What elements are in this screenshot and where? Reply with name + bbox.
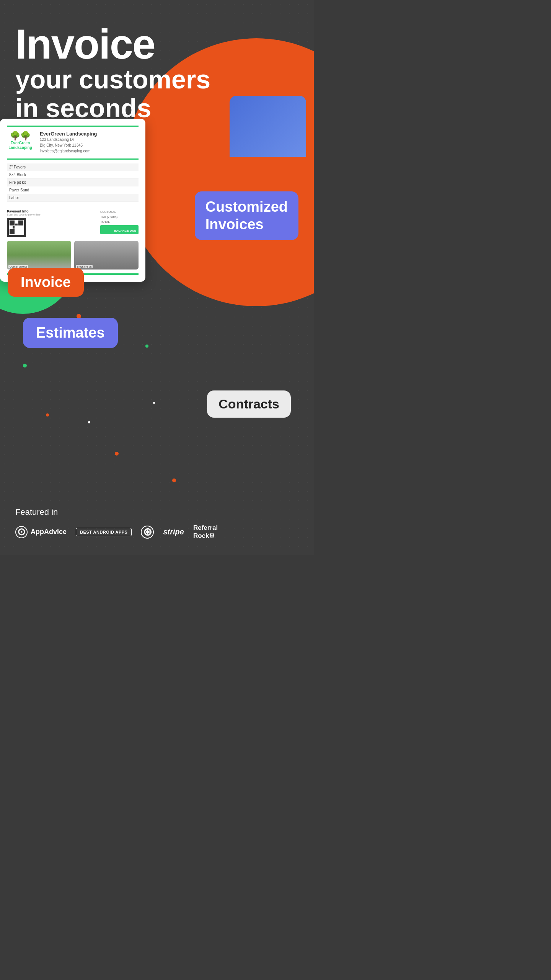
payment-section: Payment Info Scan this code to pay onlin… — [7, 209, 41, 237]
payment-sublabel: Scan this code to pay online — [7, 213, 41, 216]
line-item-2: 8×4 Block — [7, 171, 139, 179]
hero-title: Invoice — [15, 23, 298, 65]
invoice-footer: Payment Info Scan this code to pay onlin… — [7, 206, 139, 237]
qr-block — [10, 220, 15, 225]
photo-2: Block fire pit — [74, 241, 139, 270]
logo-trees-icon: 🌳🌳 — [7, 131, 34, 141]
invoice-card: 🌳🌳 EverGreen Landscaping EverGreen Lands… — [0, 119, 145, 282]
featured-label: Featured in — [15, 507, 298, 517]
tax-row: TAX (7.98%) — [100, 214, 139, 219]
line-item-3: Fire pit kit — [7, 179, 139, 186]
line-item-4: Paver Sand — [7, 186, 139, 194]
hero-subtitle-line1: your customers — [15, 65, 210, 94]
referral-text: ReferralRock⚙ — [193, 524, 218, 539]
referral-rock-logo: ReferralRock⚙ — [193, 524, 218, 540]
address-line2: Big City, New York 11345 — [40, 142, 139, 148]
logo-company-name: EverGreen Landscaping — [7, 141, 34, 150]
invoice-top-bar — [7, 126, 139, 127]
tax-label: TAX (7.98%) — [100, 215, 117, 219]
featured-logos: ⊙ AppAdvice BEST ANDROID APPS ⊛ stripe R… — [15, 524, 298, 540]
invoice-header: 🌳🌳 EverGreen Landscaping EverGreen Lands… — [7, 131, 139, 160]
accent-dot-7 — [145, 345, 148, 348]
accent-dot-3 — [46, 413, 49, 416]
total-row: TOTAL — [100, 219, 139, 224]
accent-dot-4 — [115, 452, 119, 456]
line-item-5: Labor — [7, 194, 139, 202]
line-item-1: 2" Pavers — [7, 163, 139, 171]
stripe-text: stripe — [163, 528, 184, 536]
photo-1: Overall project — [7, 241, 71, 270]
balance-label: BALANCE DUE — [114, 229, 136, 232]
best-android-text: BEST ANDROID APPS — [80, 530, 127, 534]
qr-block2 — [18, 220, 23, 225]
balance-due-row: BALANCE DUE — [100, 225, 139, 234]
company-name: EverGreen Landscaping — [40, 131, 139, 137]
stripe-logo: stripe — [163, 528, 184, 536]
total-label: TOTAL — [100, 220, 110, 224]
invoice-label: Invoice — [8, 268, 84, 297]
workiz-logo: ⊛ — [141, 526, 154, 539]
company-logo: 🌳🌳 EverGreen Landscaping — [7, 131, 34, 150]
qr-mid — [15, 224, 18, 226]
company-info: EverGreen Landscaping 123 Landscaping Dr… — [40, 131, 139, 154]
accent-dot-8 — [153, 402, 155, 404]
accent-dot-2 — [23, 364, 27, 368]
appadvice-icon: ⊙ — [15, 526, 28, 538]
contracts-text: Contracts — [218, 397, 279, 411]
featured-section: Featured in ⊙ AppAdvice BEST ANDROID APP… — [0, 496, 314, 555]
qr-cell2 — [10, 226, 12, 229]
best-android-badge: BEST ANDROID APPS — [76, 528, 132, 536]
totals-section: SUBTOTAL TAX (7.98%) TOTAL BALANCE DUE — [100, 209, 139, 234]
subtotal-label: SUBTOTAL — [100, 210, 116, 214]
line-items: 2" Pavers 8×4 Block Fire pit kit Paver S… — [7, 160, 139, 206]
payment-label: Payment Info — [7, 209, 41, 213]
appadvice-name: AppAdvice — [31, 528, 67, 536]
workiz-icon: ⊛ — [141, 526, 154, 539]
invoice-text: Invoice — [21, 274, 71, 290]
accent-dot-5 — [88, 421, 90, 423]
customized-text: CustomizedInvoices — [205, 199, 288, 232]
estimates-label: Estimates — [23, 318, 118, 348]
blue-device-decoration — [230, 96, 306, 157]
hero-subtitle-line2: in seconds — [15, 93, 151, 122]
appadvice-logo: ⊙ AppAdvice — [15, 526, 67, 538]
logo-line1: EverGreen — [11, 141, 30, 145]
page-wrapper: Invoice your customers in seconds 🏅 Trus… — [0, 0, 314, 555]
contracts-label: Contracts — [207, 390, 291, 418]
company-email: invoices@eglandscaping.com — [40, 148, 139, 154]
customized-invoices-label: CustomizedInvoices — [195, 191, 298, 240]
qr-block3 — [10, 229, 15, 234]
qr-code — [7, 218, 26, 237]
qr-dot — [13, 226, 15, 229]
logo-line2: Landscaping — [8, 145, 32, 150]
estimates-text: Estimates — [36, 325, 105, 341]
accent-dot-6 — [172, 479, 176, 482]
subtotal-row: SUBTOTAL — [100, 209, 139, 214]
invoice-photos: Overall project Block fire pit — [7, 241, 139, 270]
qr-grid — [9, 220, 24, 235]
qr-cell — [15, 220, 18, 223]
company-address: 123 Landscaping Dr Big City, New York 11… — [40, 137, 139, 154]
address-line1: 123 Landscaping Dr — [40, 137, 139, 142]
